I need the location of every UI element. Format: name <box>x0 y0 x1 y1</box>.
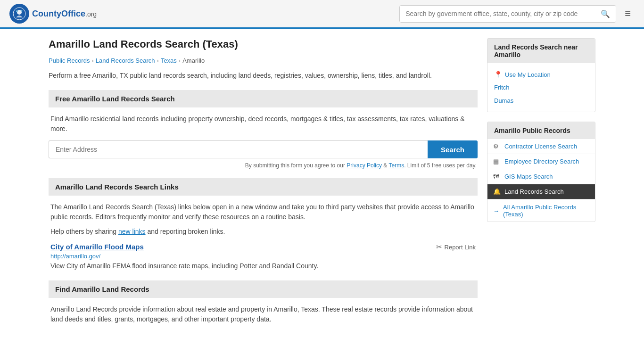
new-links-link[interactable]: new links <box>118 228 146 235</box>
link-item-title: City of Amarillo Flood Maps <box>50 243 144 251</box>
all-records-item[interactable]: → All Amarillo Public Records (Texas) <box>487 199 595 222</box>
find-section-header: Find Amarillo Land Records <box>49 280 478 298</box>
breadcrumb-public-records[interactable]: Public Records <box>49 57 90 64</box>
link-item-header: City of Amarillo Flood Maps ✂ Report Lin… <box>50 243 476 251</box>
sidebar: Land Records Search near Amarillo 📍 Use … <box>487 38 595 324</box>
find-desc: Amarillo Land Records provide informatio… <box>49 304 478 324</box>
gis-maps-link[interactable]: GIS Maps Search <box>504 173 553 180</box>
report-link-label: Report Link <box>445 244 476 251</box>
terms-link[interactable]: Terms <box>388 162 404 169</box>
breadcrumb: Public Records › Land Records Search › T… <box>49 57 478 64</box>
svg-point-3 <box>21 10 23 12</box>
bell-icon: 🔔 <box>493 188 501 195</box>
global-search-button[interactable]: 🔍 <box>595 6 616 22</box>
directory-icon: ▤ <box>493 158 501 165</box>
public-records-card: Amarillo Public Records ⚙ Contractor Lic… <box>487 122 595 222</box>
free-search-section: Free Amarillo Land Records Search Find A… <box>49 90 478 169</box>
content-area: Amarillo Land Records Search (Texas) Pub… <box>49 38 478 324</box>
address-search-row: Search <box>49 140 478 158</box>
hamburger-menu-button[interactable]: ≡ <box>621 6 635 22</box>
use-my-location-link[interactable]: Use My Location <box>505 71 551 78</box>
address-search-button[interactable]: Search <box>428 140 478 158</box>
global-search-bar[interactable]: 🔍 <box>399 5 616 23</box>
find-section: Find Amarillo Land Records Amarillo Land… <box>49 280 478 324</box>
nearby-card-body: 📍 Use My Location Fritch Dumas <box>487 63 595 112</box>
nearby-fritch-link[interactable]: Fritch <box>494 81 588 94</box>
breadcrumb-amarillo: Amarillo <box>182 57 205 64</box>
free-search-header: Free Amarillo Land Records Search <box>49 90 478 107</box>
link-item: City of Amarillo Flood Maps ✂ Report Lin… <box>49 243 478 271</box>
nearby-dumas-link[interactable]: Dumas <box>494 94 588 107</box>
links-section-header: Amarillo Land Records Search Links <box>49 178 478 196</box>
logo-icon <box>9 4 29 24</box>
breadcrumb-texas[interactable]: Texas <box>161 57 177 64</box>
global-search-input[interactable] <box>400 6 595 21</box>
report-link-button[interactable]: ✂ Report Link <box>436 243 476 251</box>
employee-directory-link[interactable]: Employee Directory Search <box>504 158 579 165</box>
links-desc: The Amarillo Land Records Search (Texas)… <box>49 202 478 222</box>
report-icon: ✂ <box>436 243 442 251</box>
land-records-link[interactable]: Land Records Search <box>504 188 564 195</box>
all-public-records-link[interactable]: All Amarillo Public Records (Texas) <box>503 204 589 218</box>
flood-maps-link[interactable]: City of Amarillo Flood Maps <box>50 243 144 251</box>
arrow-icon: → <box>493 207 499 214</box>
address-input[interactable] <box>49 140 428 158</box>
gear-icon: ⚙ <box>493 143 501 150</box>
svg-point-1 <box>17 10 22 15</box>
page-title: Amarillo Land Records Search (Texas) <box>49 38 478 50</box>
map-icon: 🗺 <box>493 173 501 180</box>
free-search-desc: Find Amarillo residential land records i… <box>49 114 478 134</box>
page-intro: Perform a free Amarillo, TX public land … <box>49 71 478 81</box>
pub-rec-land-records[interactable]: 🔔 Land Records Search <box>487 184 595 199</box>
use-my-location-item[interactable]: 📍 Use My Location <box>494 68 588 81</box>
pub-rec-gis[interactable]: 🗺 GIS Maps Search <box>487 169 595 184</box>
svg-point-2 <box>16 10 18 12</box>
nearby-card-header: Land Records Search near Amarillo <box>487 39 595 63</box>
nearby-card: Land Records Search near Amarillo 📍 Use … <box>487 38 595 112</box>
contractor-license-link[interactable]: Contractor License Search <box>504 143 577 150</box>
location-pin-icon: 📍 <box>494 71 502 78</box>
public-records-card-header: Amarillo Public Records <box>487 122 595 139</box>
privacy-policy-link[interactable]: Privacy Policy <box>347 162 382 169</box>
logo-text: CountyOffice.org <box>32 9 97 19</box>
pub-rec-employee[interactable]: ▤ Employee Directory Search <box>487 154 595 169</box>
links-section: Amarillo Land Records Search Links The A… <box>49 178 478 271</box>
link-item-url: http://amarillo.gov/ <box>50 253 476 260</box>
share-text: Help others by sharing new links and rep… <box>49 228 478 235</box>
logo-area: CountyOffice.org <box>9 4 97 24</box>
link-item-desc: View City of Amarillo FEMA flood insuran… <box>50 261 476 271</box>
header: CountyOffice.org 🔍 ≡ <box>0 0 644 29</box>
breadcrumb-land-records[interactable]: Land Records Search <box>96 57 155 64</box>
main-container: Amarillo Land Records Search (Texas) Pub… <box>39 29 605 334</box>
header-right: 🔍 ≡ <box>399 5 635 23</box>
form-note: By submitting this form you agree to our… <box>49 162 478 169</box>
pub-rec-contractor[interactable]: ⚙ Contractor License Search <box>487 139 595 154</box>
